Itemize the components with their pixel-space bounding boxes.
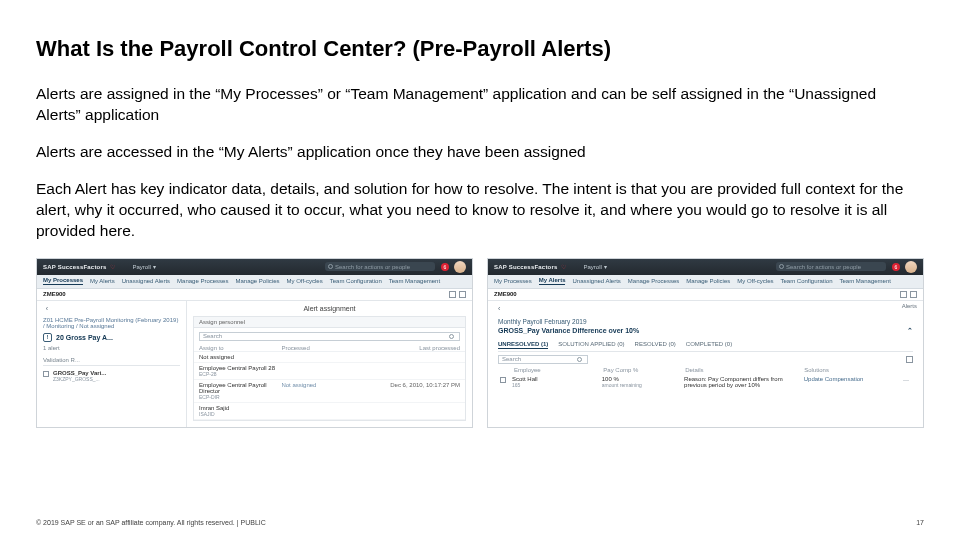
heart-icon: ♡ <box>110 263 115 270</box>
alert-title[interactable]: GROSS_Pay Variance Difference over 10% ⌃ <box>498 327 913 335</box>
paragraph-3: Each Alert has key indicator data, detai… <box>36 179 916 242</box>
nav-my-processes[interactable]: My Processes <box>43 277 83 285</box>
personnel-row[interactable]: Employee Central Payroll 28ECP-28 <box>194 363 465 380</box>
nav-team-config[interactable]: Team Configuration <box>330 278 382 284</box>
footer-copyright: © 2019 SAP SE or an SAP affiliate compan… <box>36 519 266 526</box>
tab-completed[interactable]: COMPLETED (0) <box>686 341 732 349</box>
notification-badge[interactable]: 6 <box>441 263 449 271</box>
chevron-up-icon: ⌃ <box>907 327 913 335</box>
avatar[interactable] <box>905 261 917 273</box>
page-number: 17 <box>916 519 924 526</box>
alert-icon <box>43 333 52 342</box>
personnel-row[interactable]: Employee Central Payroll DirectorECP-DIR… <box>194 380 465 403</box>
layout-toggle-1[interactable] <box>900 291 907 298</box>
notification-badge[interactable]: 6 <box>892 263 900 271</box>
search-icon <box>779 264 784 269</box>
personnel-row[interactable]: Imran SajidISAJID <box>194 403 465 420</box>
screenshot-my-alerts: SAP SuccessFactors ♡ Payroll ▾ Search fo… <box>487 258 924 428</box>
tab-solution-applied[interactable]: SOLUTION APPLIED (0) <box>558 341 624 349</box>
layout-toggle-2[interactable] <box>459 291 466 298</box>
alert-search-input[interactable]: Search <box>498 355 588 364</box>
nav-manage-policies[interactable]: Manage Policies <box>235 278 279 284</box>
app-nav: My Processes My Alerts Unassigned Alerts… <box>37 275 472 289</box>
col-solutions: Solutions <box>804 367 901 373</box>
slide-title: What Is the Payroll Control Center? (Pre… <box>36 36 924 62</box>
nav-my-processes[interactable]: My Processes <box>494 278 532 284</box>
col-assign-to: Assign to <box>199 345 281 351</box>
avatar[interactable] <box>454 261 466 273</box>
status-tabs: UNRESOLVED (1) SOLUTION APPLIED (0) RESO… <box>498 341 913 352</box>
back-button[interactable]: ‹ <box>498 305 913 312</box>
paragraph-2: Alerts are accessed in the “My Alerts” a… <box>36 142 916 163</box>
col-validation: Validation R... <box>43 357 80 363</box>
page-code: ZME900 <box>494 291 517 297</box>
paragraph-1: Alerts are assigned in the “My Processes… <box>36 84 916 126</box>
nav-manage-policies[interactable]: Manage Policies <box>686 278 730 284</box>
panel-caption: Alert assignment <box>193 305 466 312</box>
brand-logo: SAP SuccessFactors <box>494 264 558 270</box>
col-paycomp: Pay Comp % <box>603 367 685 373</box>
panel-header: Assign personnel <box>194 317 465 328</box>
nav-manage-processes[interactable]: Manage Processes <box>628 278 679 284</box>
personnel-search-input[interactable]: Search <box>199 332 460 341</box>
tab-resolved[interactable]: RESOLVED (0) <box>635 341 676 349</box>
nav-team-mgmt[interactable]: Team Management <box>389 278 440 284</box>
col-processed: Processed <box>281 345 363 351</box>
page-code: ZME900 <box>43 291 66 297</box>
nav-my-offcycles[interactable]: My Off-cycles <box>286 278 322 284</box>
col-employee: Employee <box>514 367 603 373</box>
alert-grid-row[interactable]: Scott Hall165 100 %amount remaining Reas… <box>498 376 913 388</box>
nav-my-offcycles[interactable]: My Off-cycles <box>737 278 773 284</box>
nav-unassigned-alerts[interactable]: Unassigned Alerts <box>122 278 170 284</box>
solution-link[interactable]: Update Compensation <box>804 376 901 382</box>
app-nav: My Processes My Alerts Unassigned Alerts… <box>488 275 923 289</box>
module-dropdown[interactable]: Payroll ▾ <box>133 263 156 270</box>
side-label-alerts: Alerts <box>902 303 917 309</box>
search-icon <box>577 357 582 362</box>
nav-team-config[interactable]: Team Configuration <box>781 278 833 284</box>
col-select <box>500 367 514 373</box>
row-checkbox[interactable] <box>500 377 506 383</box>
back-button[interactable]: ‹ <box>43 305 51 313</box>
global-search-input[interactable]: Search for actions or people <box>325 262 435 271</box>
row-more-icon[interactable]: ⋯ <box>901 376 911 383</box>
nav-unassigned-alerts[interactable]: Unassigned Alerts <box>572 278 620 284</box>
brand-logo: SAP SuccessFactors <box>43 264 107 270</box>
search-icon <box>449 334 454 339</box>
nav-manage-processes[interactable]: Manage Processes <box>177 278 228 284</box>
screenshot-assign-alert: SAP SuccessFactors ♡ Payroll ▾ Search fo… <box>36 258 473 428</box>
breadcrumb[interactable]: Z01 HCME Pre-Payroll Monitoring (Februar… <box>43 317 180 329</box>
module-dropdown[interactable]: Payroll ▾ <box>584 263 607 270</box>
nav-my-alerts[interactable]: My Alerts <box>90 278 115 284</box>
alert-count: 1 alert <box>43 345 180 351</box>
global-search-input[interactable]: Search for actions or people <box>776 262 886 271</box>
layout-toggle-1[interactable] <box>449 291 456 298</box>
col-last-processed: Last processed <box>364 345 460 351</box>
layout-toggle-2[interactable] <box>910 291 917 298</box>
alert-category-title: 20 Gross Pay A... <box>43 333 180 342</box>
col-details: Details <box>685 367 804 373</box>
heart-icon: ♡ <box>561 263 566 270</box>
personnel-row[interactable]: Not assigned <box>194 352 465 363</box>
tab-unresolved[interactable]: UNRESOLVED (1) <box>498 341 548 349</box>
alert-row[interactable]: GROSS_Pay Vari... Z3KZPY_GROSS_... <box>43 370 180 382</box>
nav-team-mgmt[interactable]: Team Management <box>840 278 891 284</box>
checkbox[interactable] <box>43 371 49 377</box>
settings-icon[interactable] <box>906 356 913 363</box>
context-line: Monthly Payroll February 2019 <box>498 318 913 325</box>
nav-my-alerts[interactable]: My Alerts <box>539 277 566 285</box>
search-icon <box>328 264 333 269</box>
